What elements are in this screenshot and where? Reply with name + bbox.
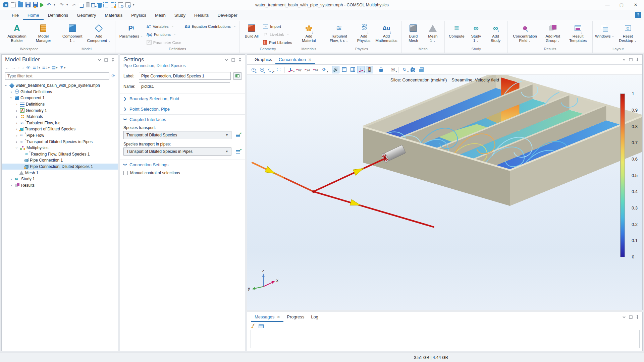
snapshot-icon[interactable] bbox=[409, 66, 417, 73]
add-plot-group-button[interactable]: Add Plot Group bbox=[540, 22, 565, 44]
expander-icon[interactable]: › bbox=[9, 177, 13, 181]
mesh-button[interactable]: Mesh 1 bbox=[423, 22, 442, 44]
tree-item-root[interactable]: ›water_treatment_basin_with_pipe_system.… bbox=[2, 82, 118, 89]
scene-light-icon[interactable]: 🔊 bbox=[332, 66, 339, 73]
panel-menu-icon[interactable] bbox=[622, 315, 626, 319]
expand-all-icon[interactable]: ≣↑▾ bbox=[33, 65, 40, 70]
tree-item-study[interactable]: ›∞Study 1 bbox=[2, 176, 118, 182]
orientation-icon[interactable]: ▾ bbox=[357, 66, 365, 73]
pin-panel-icon[interactable] bbox=[635, 57, 640, 62]
menu-physics[interactable]: Physics bbox=[127, 10, 151, 20]
model-manager-button[interactable]: Model Manager bbox=[32, 22, 55, 43]
graphics-viewport[interactable]: z x y Slice: Concentration (mol/m³) Stre… bbox=[247, 75, 642, 310]
go-to-source-button[interactable] bbox=[234, 148, 241, 155]
build-all-button[interactable]: Build All bbox=[242, 22, 261, 39]
name-field-input[interactable] bbox=[139, 82, 230, 90]
close-tab-icon[interactable]: ✕ bbox=[308, 57, 312, 62]
tab-log[interactable]: Log bbox=[308, 312, 322, 322]
zoom-in-icon[interactable]: + bbox=[250, 66, 257, 73]
tab-messages[interactable]: Messages✕ bbox=[251, 312, 283, 322]
menu-study[interactable]: Study bbox=[170, 10, 190, 20]
collapse-all-icon[interactable]: ≣↓▾ bbox=[42, 65, 49, 70]
menu-file[interactable]: File bbox=[7, 10, 23, 20]
expander-icon[interactable]: › bbox=[9, 183, 13, 187]
print-icon[interactable] bbox=[418, 66, 425, 73]
result-templates-button[interactable]: ↓Result Templates bbox=[566, 22, 590, 43]
tree-item-materials[interactable]: ›Materials bbox=[2, 114, 118, 120]
duplicate-icon[interactable] bbox=[91, 3, 95, 7]
tree-item-geometry[interactable]: ›AGeometry 1 bbox=[2, 107, 118, 114]
float-panel-icon[interactable] bbox=[104, 58, 108, 62]
menu-materials[interactable]: Materials bbox=[100, 10, 127, 20]
customize-toolbar-icon[interactable]: ▾ bbox=[133, 2, 136, 7]
rename-button[interactable] bbox=[233, 72, 241, 80]
save-icon[interactable] bbox=[25, 2, 31, 7]
tree-item-results[interactable]: ›Results bbox=[2, 182, 118, 189]
run-icon[interactable] bbox=[40, 3, 44, 7]
menu-home[interactable]: Home bbox=[23, 10, 44, 20]
tree-item-reacting-flow[interactable]: ≋Reacting Flow, Diluted Species 1 bbox=[2, 151, 118, 158]
tree-item-multiphysics[interactable]: ›Multiphysics bbox=[2, 145, 118, 151]
rotate-view-icon[interactable]: ⟳▾ bbox=[320, 66, 328, 73]
image-settings-icon[interactable]: ▾ bbox=[389, 66, 396, 73]
node-grouping-icon[interactable]: ▤▾ bbox=[52, 65, 57, 70]
panel-menu-icon[interactable] bbox=[224, 58, 229, 62]
tree-item-transport-diluted-species[interactable]: ›Transport of Diluted Species bbox=[2, 126, 118, 132]
expander-icon[interactable]: › bbox=[14, 121, 19, 125]
tree-item-global-definitions[interactable]: ›Global Definitions bbox=[2, 89, 118, 95]
default-view-icon[interactable]: ▾ bbox=[287, 66, 294, 73]
menu-definitions[interactable]: Definitions bbox=[44, 10, 73, 20]
undo-dropdown-icon[interactable]: ▾ bbox=[54, 2, 57, 7]
part-libraries-button[interactable]: Part Libraries bbox=[262, 39, 293, 46]
float-panel-icon[interactable] bbox=[629, 315, 633, 319]
section-coupled-interfaces[interactable]: ❯Coupled Interfaces bbox=[120, 114, 245, 123]
expander-icon[interactable]: › bbox=[14, 109, 19, 113]
lock-view-icon[interactable] bbox=[377, 66, 385, 73]
expander-icon[interactable]: › bbox=[14, 127, 19, 131]
add-component-button[interactable]: Add Component bbox=[85, 22, 112, 44]
concentration-field-button[interactable]: Concentration Field bbox=[510, 22, 540, 44]
parameters-button[interactable]: PiParameters bbox=[118, 22, 145, 39]
section-boundary-selection[interactable]: ❯Boundary Selection, Fluid bbox=[120, 94, 245, 102]
expander-icon[interactable]: › bbox=[14, 133, 19, 137]
undo-icon[interactable]: ↶ bbox=[46, 2, 51, 7]
pin-panel-icon[interactable] bbox=[635, 315, 640, 319]
compute-button[interactable]: =Compute bbox=[447, 22, 466, 39]
expander-icon[interactable]: › bbox=[4, 83, 8, 88]
float-panel-icon[interactable] bbox=[231, 58, 235, 62]
select-box-icon[interactable] bbox=[103, 2, 108, 7]
tree-item-definitions[interactable]: ›Definitions bbox=[2, 101, 118, 108]
tree-item-mesh[interactable]: Mesh 1 bbox=[2, 170, 118, 176]
move-up-icon[interactable]: ↑ bbox=[18, 65, 20, 70]
tab-graphics[interactable]: Graphics bbox=[251, 55, 275, 64]
help-button[interactable]: ? bbox=[635, 12, 641, 18]
grid-icon[interactable] bbox=[349, 66, 356, 73]
component-button[interactable]: Component 1 bbox=[60, 22, 84, 44]
expander-icon[interactable]: › bbox=[14, 140, 19, 144]
functions-button[interactable]: f(x)Functions bbox=[145, 31, 183, 38]
species-transport-select[interactable]: Transport of Diluted Species▼ bbox=[123, 131, 231, 139]
menu-mesh[interactable]: Mesh bbox=[151, 10, 170, 20]
pin-panel-icon[interactable] bbox=[111, 58, 115, 62]
tree-item-pipe-flow[interactable]: ›≈Pipe Flow bbox=[2, 132, 118, 139]
minimize-button[interactable]: — bbox=[600, 0, 614, 10]
float-panel-icon[interactable] bbox=[629, 57, 633, 62]
maximize-button[interactable]: ▢ bbox=[614, 0, 629, 10]
tree-item-pipe-connection-diluted-species[interactable]: Pipe Connection, Diluted Species 1 bbox=[2, 164, 118, 170]
add-physics-button[interactable]: ↓Add Physics bbox=[354, 22, 373, 43]
expander-icon[interactable]: › bbox=[15, 146, 19, 150]
tree-item-transport-in-pipes[interactable]: ›≈Transport of Diluted Species in Pipes bbox=[2, 138, 118, 145]
species-transport-pipes-select[interactable]: Transport of Diluted Species in Pipes▼ bbox=[123, 147, 231, 156]
add-mathematics-button[interactable]: Δu↓Add Mathematics bbox=[374, 22, 399, 43]
tree-item-component[interactable]: ›Component 1 bbox=[2, 95, 118, 101]
windows-button[interactable]: Windows bbox=[595, 22, 614, 39]
color-legend-icon[interactable] bbox=[366, 66, 373, 73]
menu-results[interactable]: Results bbox=[190, 10, 213, 20]
close-button[interactable]: ✕ bbox=[629, 0, 643, 10]
add-study-button[interactable]: ∞↓Add Study bbox=[486, 22, 505, 43]
menu-geometry[interactable]: Geometry bbox=[72, 10, 100, 20]
variables-button[interactable]: a=Variables bbox=[145, 23, 183, 30]
search-icon[interactable] bbox=[125, 2, 130, 7]
expander-icon[interactable]: › bbox=[14, 102, 19, 106]
expander-icon[interactable]: › bbox=[9, 90, 13, 94]
